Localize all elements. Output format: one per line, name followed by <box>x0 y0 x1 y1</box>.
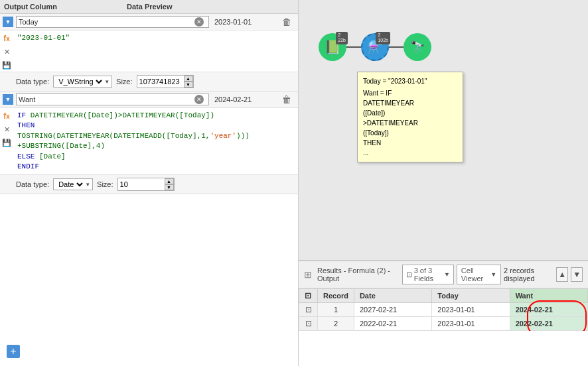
results-header: ⊞ Results - Formula (2) - Output ⊡ 3 of … <box>299 261 588 288</box>
row2-size-label: Size: <box>97 180 113 188</box>
formula-row-want: ▼ ✕ 2024-02-21 🗑 fx ✕ 💾 IF DATETIMEYEAR(… <box>0 91 298 194</box>
formula-node-badge: 2102b <box>376 32 390 44</box>
row2-datatype-select-wrap: Date ▼ <box>53 178 93 190</box>
row1-x-icon[interactable]: ✕ <box>0 45 13 58</box>
row2-size-wrap: ▲ ▼ <box>117 178 175 191</box>
results-table-container: ⊡ Record Date Today Want ⊡ 1 2027-0 <box>299 288 588 331</box>
row1-want: 2024-02-21 <box>510 303 587 317</box>
connector-1 <box>346 46 361 48</box>
cell-viewer-arrow: ▼ <box>490 271 496 278</box>
nav-up-button[interactable]: ▲ <box>556 267 568 282</box>
results-toolbar: ⊡ 3 of 3 Fields ▼ Cell Viewer ▼ 2 record… <box>402 265 583 284</box>
row1-field-input[interactable] <box>19 18 194 26</box>
cell-viewer-label: Cell Viewer <box>461 267 488 282</box>
table-icon: ⊡ <box>305 291 311 300</box>
row1-icon-cell: ⊡ <box>299 303 318 317</box>
row2-expand[interactable]: ▼ <box>3 94 13 105</box>
canvas-area: 📗 222b ⚗️ 2102b 🔭 <box>299 0 588 260</box>
formula-node[interactable]: ⚗️ 2102b <box>361 33 389 61</box>
fields-dropdown-icon: ▼ <box>444 271 450 278</box>
row2-save-icon[interactable]: 💾 <box>0 136 13 149</box>
row1-formula-text: "2023-01-01" <box>15 30 298 50</box>
row2-want: 2022-02-21 <box>510 317 587 331</box>
add-field-button[interactable]: + <box>7 345 20 358</box>
browse-node[interactable]: 🔭 <box>404 33 431 61</box>
fields-table-icon: ⊡ <box>406 271 412 279</box>
right-panel: 📗 222b ⚗️ 2102b 🔭 <box>299 0 588 366</box>
results-grid-icon: ⊞ <box>304 269 312 280</box>
row2-datatype-select[interactable]: Date <box>56 180 85 189</box>
row1-save-icon[interactable]: 💾 <box>0 58 13 72</box>
row2-size-down[interactable]: ▼ <box>165 184 174 190</box>
row2-datatype-row: Data type: Date ▼ Size: ▲ ▼ <box>0 174 298 194</box>
row2-x-icon[interactable]: ✕ <box>0 123 13 136</box>
row2-rec-icon: ⊡ <box>305 319 312 328</box>
row2-num: 2 <box>318 317 354 331</box>
row1-header: ▼ ✕ 2023-01-01 🗑 <box>0 14 298 30</box>
fields-selector[interactable]: ⊡ 3 of 3 Fields ▼ <box>402 265 454 284</box>
cell-viewer-button[interactable]: Cell Viewer ▼ <box>457 265 501 284</box>
table-row: ⊡ 1 2027-02-21 2023-01-01 2024-02-21 <box>299 303 588 317</box>
row1-expand[interactable]: ▼ <box>3 17 13 27</box>
results-title: Results - Formula (2) - Output <box>317 267 397 282</box>
nav-down-button[interactable]: ▼ <box>571 267 583 282</box>
row2-size-input[interactable] <box>118 180 165 189</box>
row1-datatype-label: Data type: <box>16 78 49 86</box>
browse-node-icon: 🔭 <box>404 33 431 61</box>
results-panel: ⊞ Results - Formula (2) - Output ⊡ 3 of … <box>299 260 588 366</box>
results-table: ⊡ Record Date Today Want ⊡ 1 2027-0 <box>299 288 588 331</box>
connector-2 <box>389 46 404 48</box>
row2-formula-text: IF DATETIMEYEAR([Date])>DATETIMEYEAR([To… <box>15 108 298 174</box>
tooltip-ellipsis: ... <box>363 148 457 158</box>
row1-today: 2023-01-01 <box>432 303 510 317</box>
row1-clear-btn[interactable]: ✕ <box>194 17 204 27</box>
row1-date: 2027-02-21 <box>354 303 431 317</box>
column-header: Output Column Data Preview <box>0 0 298 14</box>
row1-rec-icon: ⊡ <box>305 305 312 314</box>
row1-preview: 2023-01-01 <box>212 17 278 27</box>
row2-field-input[interactable] <box>19 95 194 103</box>
tooltip-popup: Today = "2023-01-01" Want = IFDATETIMEYE… <box>357 72 463 162</box>
row1-datatype-select-wrap: V_WString ▼ <box>53 76 112 88</box>
th-icon: ⊡ <box>299 289 318 303</box>
row2-header: ▼ ✕ 2024-02-21 🗑 <box>0 91 298 108</box>
table-row: ⊡ 2 2022-02-21 2023-01-01 2022-02-21 <box>299 317 588 331</box>
formula-row-today: ▼ ✕ 2023-01-01 🗑 fx ✕ 💾 "2023-01-01" Dat… <box>0 14 298 91</box>
row1-datatype-select[interactable]: V_WString <box>56 77 104 86</box>
left-panel: Output Column Data Preview ▼ ✕ 2023-01-0… <box>0 0 299 366</box>
row2-formula-icon[interactable]: fx <box>0 109 13 123</box>
input-node[interactable]: 📗 222b <box>319 33 346 61</box>
tooltip-line2: Want = IFDATETIMEYEAR([Date])>DATETIMEYE… <box>363 88 457 148</box>
th-today: Today <box>432 289 510 303</box>
row2-size-spinner[interactable]: ▲ ▼ <box>165 178 174 190</box>
row1-size-down[interactable]: ▼ <box>184 82 193 88</box>
tooltip-line1: Today = "2023-01-01" <box>363 76 457 86</box>
records-count: 2 records displayed <box>504 267 553 282</box>
row1-size-input[interactable] <box>137 77 184 86</box>
row2-clear-btn[interactable]: ✕ <box>194 95 204 104</box>
row2-size-up[interactable]: ▲ <box>165 178 174 184</box>
output-column-header: Output Column <box>4 3 127 11</box>
data-preview-header: Data Preview <box>127 3 294 11</box>
row1-delete-btn[interactable]: 🗑 <box>278 17 295 27</box>
row1-num: 1 <box>318 303 354 317</box>
row1-size-wrap: ▲ ▼ <box>137 75 194 88</box>
row1-size-up[interactable]: ▲ <box>184 76 193 82</box>
row1-size-spinner[interactable]: ▲ ▼ <box>184 76 193 88</box>
fields-selector-label: 3 of 3 Fields <box>414 267 442 282</box>
conn-line-1 <box>346 46 361 48</box>
row2-icon-cell: ⊡ <box>299 317 318 331</box>
workflow: 📗 222b ⚗️ 2102b 🔭 <box>319 33 431 61</box>
th-record: Record <box>318 289 354 303</box>
row2-delete-btn[interactable]: 🗑 <box>278 94 295 105</box>
th-want: Want <box>510 289 587 303</box>
input-node-badge: 222b <box>336 32 348 44</box>
row1-formula-icon[interactable]: fx <box>0 32 13 45</box>
row1-field-wrap: ✕ <box>16 16 209 28</box>
row2-field-wrap: ✕ <box>16 93 209 105</box>
row1-size-label: Size: <box>116 78 132 86</box>
row2-today: 2023-01-01 <box>432 317 510 331</box>
row2-datatype-label: Data type: <box>16 180 49 188</box>
row1-datatype-row: Data type: V_WString ▼ Size: ▲ ▼ <box>0 72 298 91</box>
row2-date: 2022-02-21 <box>354 317 431 331</box>
